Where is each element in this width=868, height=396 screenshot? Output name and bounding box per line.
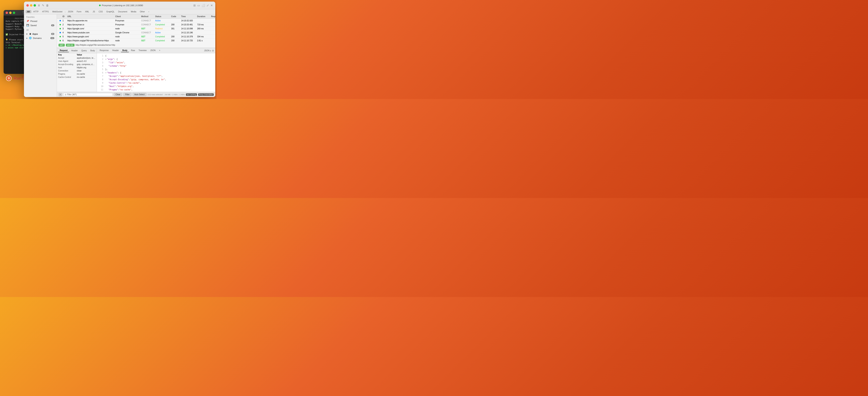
tab-https[interactable]: HTTPS xyxy=(40,10,50,13)
row-client: Google Chrome xyxy=(115,32,141,34)
fullscreen-icon[interactable]: ⤢ xyxy=(207,4,209,7)
row-id: 5 xyxy=(63,36,67,38)
row-url: https://google.com/ xyxy=(67,28,115,30)
row-duration: 2.81 s xyxy=(197,39,211,42)
tab-http[interactable]: HTTP xyxy=(32,10,40,13)
tab-query[interactable]: Query xyxy=(80,49,88,52)
sidebar-item-domains[interactable]: ▶ 🌐 Domains 11 xyxy=(24,36,57,40)
dot-cell xyxy=(58,24,63,25)
add-filter-button[interactable]: + xyxy=(59,93,62,96)
row-time: 14:11:10.098 xyxy=(181,28,197,30)
table-row[interactable]: 6 https://httpbin.org/get?lib=axios&sche… xyxy=(57,39,215,42)
response-settings-icon[interactable]: ⚙ xyxy=(212,49,214,52)
tab-more[interactable]: › xyxy=(147,10,151,13)
proxyman-close[interactable] xyxy=(26,4,29,7)
proxyman-minimize[interactable] xyxy=(30,4,32,7)
row-time: 14:11:10.725 xyxy=(181,39,197,42)
sidebar-item-apps[interactable]: ▶ 🖥 Apps 3 xyxy=(24,32,57,36)
req-header-acceptencoding: Accept-Encoding gzip, compress, deflate,… xyxy=(57,63,97,66)
row-status: Completed xyxy=(155,39,171,42)
traffic-lights xyxy=(26,4,36,7)
saved-badge: 9 xyxy=(51,24,54,26)
proxyman-titlebar: ⏸ ✎ 🗑 Proxyman | Listening on 192.168.1.… xyxy=(24,2,215,9)
tab-media[interactable]: Media xyxy=(129,10,138,13)
tab-css[interactable]: CSS xyxy=(97,10,104,13)
tab-resp-treeview[interactable]: Treeview xyxy=(137,49,148,52)
status-dot xyxy=(60,28,61,29)
sidebar-item-pinned[interactable]: 📌 Pinned xyxy=(24,19,57,23)
clear-button[interactable]: Clear xyxy=(114,93,122,96)
dot-cell xyxy=(58,32,63,33)
tab-xml[interactable]: XML xyxy=(84,10,91,13)
tab-resp-header[interactable]: Header xyxy=(111,49,120,52)
status-dot xyxy=(60,32,61,33)
tab-request[interactable]: Request xyxy=(58,49,69,52)
row-status: Completed xyxy=(155,24,171,26)
close-panel-icon[interactable]: ✕ xyxy=(211,4,213,7)
window-icon[interactable]: ⬜ xyxy=(202,4,205,7)
maximize-button[interactable] xyxy=(13,11,15,14)
row-method: GET xyxy=(141,36,155,38)
response-tabs: Response Header Body Raw Treeview JSON +… xyxy=(97,48,215,53)
close-button[interactable] xyxy=(6,11,8,14)
detail-section: Request Header Query Body Raw Summary Co… xyxy=(57,48,215,92)
status-dot xyxy=(60,20,61,21)
titlebar-right-actions: ⊞ ▭ ⬜ ⤢ ✕ xyxy=(193,4,213,7)
dot-cell xyxy=(58,28,63,29)
row-status: Redirect xyxy=(155,28,171,30)
row-duration: 719 ms xyxy=(197,24,211,26)
row-client: node xyxy=(115,28,141,30)
tab-json[interactable]: JSON xyxy=(66,10,75,13)
tab-resp-json[interactable]: JSON xyxy=(149,49,157,52)
tab-document[interactable]: Document xyxy=(117,10,129,13)
table-row[interactable]: 5 https://www.google.com/ node GET Compl… xyxy=(57,35,215,39)
tab-header[interactable]: Header xyxy=(69,49,79,52)
tab-response[interactable]: Response xyxy=(98,49,110,52)
response-tabs-left: Response Header Body Raw Treeview JSON + xyxy=(98,49,162,52)
row-duration: 269 ms xyxy=(197,28,211,30)
traffic-table-header: ID URL Client Method Status Code Time Du… xyxy=(57,14,215,19)
tab-form[interactable]: Form xyxy=(75,10,83,13)
tab-js[interactable]: JS xyxy=(91,10,97,13)
chevron-right-icon: ▶ xyxy=(26,33,28,35)
status-dot xyxy=(60,36,61,37)
tab-websocket[interactable]: WebSocket xyxy=(51,10,64,13)
table-row[interactable]: 2 https://proxyman.io Proxyman CONNECT C… xyxy=(57,23,215,27)
proxyman-maximize[interactable] xyxy=(34,4,36,7)
edit-icon[interactable]: ✎ xyxy=(42,4,44,7)
filter-input[interactable]: ⊙ Filter (⌘F) xyxy=(63,93,113,96)
pinned-label: Pinned xyxy=(30,20,37,22)
proxyman-title-text: Proxyman | Listening on 192.168.1.6:9090 xyxy=(102,4,143,7)
req-header-connection: Connection close xyxy=(57,69,97,72)
tab-graphql[interactable]: GraphQL xyxy=(105,10,116,13)
apps-icon: 🖥 xyxy=(29,33,31,35)
req-header-cachecontrol: Cache-Control no-cache xyxy=(57,76,97,79)
filter-button[interactable]: Filter xyxy=(123,93,131,96)
sidebar-item-saved[interactable]: 💾 Saved 9 xyxy=(24,23,57,27)
traffic-panel: ID URL Client Method Status Code Time Du… xyxy=(57,14,215,97)
col-duration: Duration xyxy=(197,15,211,18)
apps-label: Apps xyxy=(32,33,38,35)
tab-resp-add[interactable]: + xyxy=(158,49,162,52)
tab-all[interactable]: All xyxy=(26,10,31,13)
tile-icon[interactable]: ⊞ xyxy=(193,4,196,7)
table-row[interactable]: 4 https://www.youtube.com Google Chrome … xyxy=(57,31,215,35)
tab-other[interactable]: Other xyxy=(138,10,146,13)
auto-select-button[interactable]: Auto Select xyxy=(133,93,146,96)
row-url: https://www.google.com/ xyxy=(67,36,115,38)
row-method: GET xyxy=(141,28,155,30)
json-line-11: 11 "Pragma": "no-cache", xyxy=(97,88,215,91)
tab-resp-raw[interactable]: Raw xyxy=(129,49,136,52)
pause-icon[interactable]: ⏸ xyxy=(37,4,40,7)
row-url: https://proxyman.io xyxy=(67,24,115,26)
trash-icon[interactable]: 🗑 xyxy=(46,4,49,7)
row-method: GET xyxy=(141,39,155,42)
json-line-5: 5 }, xyxy=(97,68,215,71)
minimize-button[interactable] xyxy=(9,11,11,14)
table-row[interactable]: 3 https://google.com/ node GET Redirect … xyxy=(57,27,215,31)
tab-body[interactable]: Body xyxy=(89,49,97,52)
table-row[interactable]: 1 https://in.appcenter.ms Proxyman CONNE… xyxy=(57,19,215,23)
sidebar-toggle-icon[interactable]: ▭ xyxy=(197,4,200,7)
tab-resp-body[interactable]: Body xyxy=(121,49,129,52)
req-header-useragent: User-Agent axios/1.4.0 xyxy=(57,60,97,63)
